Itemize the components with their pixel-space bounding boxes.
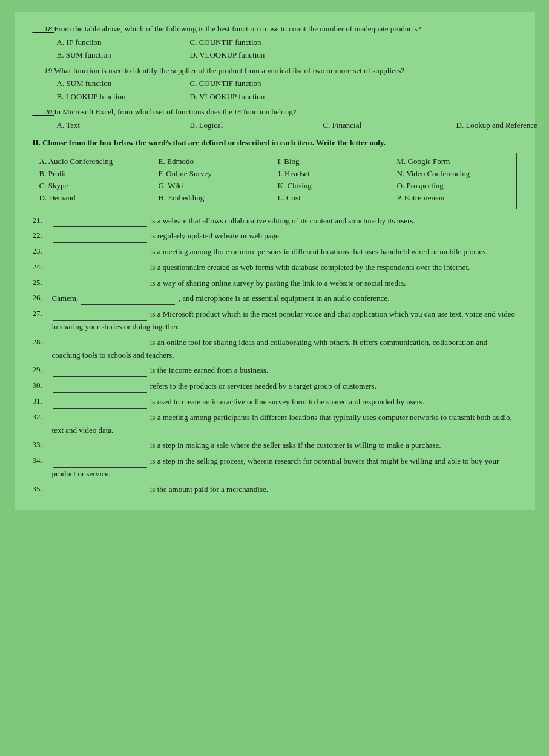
item-22-text: is regularly updated website or web page…: [150, 231, 281, 240]
box-row-2: B. Profit F. Online Survey J. Headset N.…: [39, 169, 510, 179]
item-33-blank[interactable]: [53, 439, 147, 452]
item-24-text: is a questionnaire created as web forms …: [150, 263, 470, 272]
item-31-text: is used to create an interactive online …: [150, 397, 424, 406]
question-18: ___18. From the table above, which of th…: [33, 23, 517, 61]
q19-choice-a: A. SUM function: [57, 77, 178, 90]
item-22-num: 22.: [33, 229, 52, 243]
q20-text: In Microsoft Excel, from which set of fu…: [54, 106, 516, 118]
item-24: 24. is a questionnaire created as web fo…: [33, 261, 517, 274]
item-24-blank[interactable]: [53, 261, 147, 274]
box-a: A. Audio Conferencing: [39, 157, 153, 166]
item-26-blank[interactable]: [81, 292, 175, 305]
item-33: 33. is a step in making a sale where the…: [33, 439, 517, 452]
item-25-num: 25.: [33, 277, 52, 290]
q19-text: What function is used to identify the su…: [54, 65, 516, 77]
item-31: 31. is used to create an interactive onl…: [33, 395, 517, 409]
box-f: F. Online Survey: [159, 169, 272, 179]
q18-num: ___18.: [33, 23, 54, 35]
item-21-num: 21.: [33, 214, 52, 228]
box-h: H. Embedding: [159, 193, 272, 203]
q18-choice-a: A. IF function: [57, 36, 178, 48]
box-row-4: D. Demand H. Embedding L. Cost P. Entrep…: [39, 193, 510, 203]
item-34-num: 34.: [33, 455, 52, 481]
box-d: D. Demand: [39, 193, 153, 203]
item-35-body: is the amount paid for a merchandise.: [52, 483, 517, 496]
q20-choices: A. Text B. Logical C. Financial D. Looku…: [57, 119, 517, 131]
item-32-body: is a meeting among participants in diffe…: [52, 411, 517, 437]
item-26-before: Camera,: [52, 294, 79, 303]
q19-choice-c: C. COUNTIF function: [190, 77, 311, 90]
item-23-num: 23.: [33, 245, 52, 258]
item-30-text: refers to the products or services neede…: [150, 381, 376, 390]
item-21-body: is a website that allows collaborative e…: [52, 214, 517, 228]
item-30-blank[interactable]: [53, 380, 147, 393]
item-32-blank[interactable]: [53, 411, 147, 424]
item-22-blank[interactable]: [53, 229, 147, 243]
item-27-num: 27.: [33, 307, 52, 334]
word-box: A. Audio Conferencing E. Edmodo I. Blog …: [33, 153, 517, 209]
item-28-blank[interactable]: [53, 336, 147, 349]
item-32: 32. is a meeting among participants in d…: [33, 411, 517, 437]
q20-choice-a: A. Text: [57, 119, 178, 131]
item-29-body: is the income earned from a business.: [52, 364, 517, 377]
box-g: G. Wiki: [159, 181, 272, 191]
box-b: B. Profit: [39, 169, 153, 179]
box-i: I. Blog: [278, 157, 391, 166]
q18-choice-c: C. COUNTIF function: [190, 36, 311, 48]
item-34-body: is a step in the selling process, wherei…: [52, 455, 517, 481]
item-26-num: 26.: [33, 292, 52, 305]
item-28: 28. is an online tool for sharing ideas …: [33, 336, 517, 362]
q18-choices: A. IF function C. COUNTIF function B. SU…: [57, 36, 517, 61]
q18-choice-b: B. SUM function: [57, 49, 178, 61]
item-28-num: 28.: [33, 336, 52, 362]
item-26-text: , and microphone is an essential equipme…: [179, 294, 390, 303]
item-23-body: is a meeting among three or more persons…: [52, 245, 517, 258]
item-25-text: is a way of sharing online survey by pas…: [150, 278, 406, 288]
box-row-3: C. Skype G. Wiki K. Closing O. Prospecti…: [39, 181, 510, 191]
q20-choice-b: B. Logical: [190, 119, 311, 131]
item-29-num: 29.: [33, 364, 52, 377]
item-26-body: Camera, , and microphone is an essential…: [52, 292, 517, 305]
q19-num: ___19.: [33, 65, 54, 77]
item-31-blank[interactable]: [53, 395, 147, 409]
item-29-blank[interactable]: [53, 364, 147, 377]
question-19: ___19. What function is used to identify…: [33, 65, 517, 103]
item-35-num: 35.: [33, 483, 52, 496]
item-25-blank[interactable]: [53, 277, 147, 290]
box-row-1: A. Audio Conferencing E. Edmodo I. Blog …: [39, 157, 510, 166]
box-p: P. Entrepreneur: [397, 193, 510, 203]
fill-blank-section: 21. is a website that allows collaborati…: [33, 214, 517, 496]
item-22-body: is regularly updated website or web page…: [52, 229, 517, 243]
item-34-blank[interactable]: [53, 455, 147, 468]
item-27-blank[interactable]: [53, 307, 147, 321]
item-31-num: 31.: [33, 395, 52, 409]
item-23-blank[interactable]: [53, 245, 147, 258]
item-33-num: 33.: [33, 439, 52, 452]
item-21: 21. is a website that allows collaborati…: [33, 214, 517, 228]
box-l: L. Cost: [278, 193, 391, 203]
q18-text: From the table above, which of the follo…: [54, 23, 516, 35]
box-c: C. Skype: [39, 181, 153, 191]
q19-choice-b: B. LOOKUP function: [57, 91, 178, 103]
item-33-text: is a step in making a sale where the sel…: [150, 441, 441, 450]
item-35-text: is the amount paid for a merchandise.: [150, 485, 268, 494]
box-e: E. Edmodo: [159, 157, 272, 166]
item-27: 27. is a Microsoft product which is the …: [33, 307, 517, 334]
q20-num: ___20.: [33, 106, 54, 118]
item-22: 22. is regularly updated website or web …: [33, 229, 517, 243]
q19-choices: A. SUM function C. COUNTIF function B. L…: [57, 77, 517, 102]
item-34: 34. is a step in the selling process, wh…: [33, 455, 517, 481]
section2-heading: II. Choose from the box below the word/s…: [33, 137, 517, 149]
box-k: K. Closing: [278, 181, 391, 191]
item-35-blank[interactable]: [53, 483, 147, 496]
item-32-num: 32.: [33, 411, 52, 437]
item-24-body: is a questionnaire created as web forms …: [52, 261, 517, 274]
item-31-body: is used to create an interactive online …: [52, 395, 517, 409]
item-21-blank[interactable]: [53, 214, 147, 228]
item-28-body: is an online tool for sharing ideas and …: [52, 336, 517, 362]
item-26: 26. Camera, , and microphone is an essen…: [33, 292, 517, 305]
q20-choice-d: D. Lookup and Reference: [456, 119, 550, 131]
q20-choice-c: C. Financial: [323, 119, 444, 131]
item-23-text: is a meeting among three or more persons…: [150, 247, 488, 256]
item-35: 35. is the amount paid for a merchandise…: [33, 483, 517, 496]
